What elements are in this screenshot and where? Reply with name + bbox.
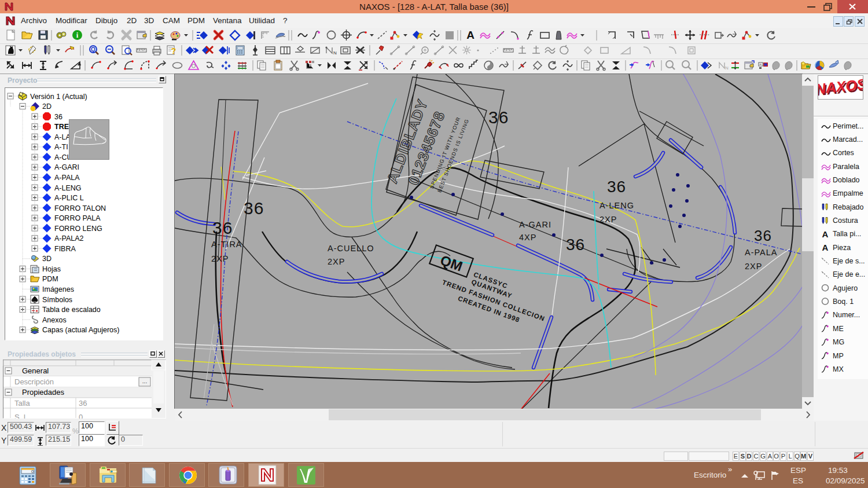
svg-text:36: 36 [244,199,264,218]
svg-text:ME: ME [833,325,844,333]
svg-text:A-PALA2: A-PALA2 [54,234,84,243]
svg-text:TRE: TRE [54,123,69,131]
svg-text:Rebajado: Rebajado [833,203,864,211]
svg-text:Empalme: Empalme [833,189,863,197]
svg-text:General: General [22,366,49,375]
svg-text:36: 36 [54,113,62,121]
svg-text:Símbolos: Símbolos [42,296,72,304]
svg-text:Pieza: Pieza [833,244,851,252]
svg-text:A-GARI: A-GARI [519,220,551,229]
svg-text:Capas (actual Agujeros): Capas (actual Agujeros) [42,326,119,334]
svg-text:A-PALA: A-PALA [54,174,80,182]
svg-text:Propiedades: Propiedades [22,388,64,397]
svg-text:Anexos: Anexos [42,316,67,324]
svg-text:36: 36 [754,227,772,244]
svg-text:A-LENG: A-LENG [599,201,634,210]
svg-text:MG: MG [833,338,844,346]
svg-text:0: 0 [79,413,83,419]
svg-text:2D: 2D [42,102,52,111]
svg-text:S..l: S..l [14,413,25,419]
svg-text:A-TI: A-TI [54,143,68,151]
svg-text:A-GARI: A-GARI [54,163,79,171]
svg-text:Boq. 1: Boq. 1 [833,298,854,306]
svg-text:FORRO PALA: FORRO PALA [54,214,101,222]
svg-text:A-CUELLO: A-CUELLO [328,244,374,253]
svg-text:Paralela: Paralela [833,163,859,171]
svg-text:36: 36 [607,178,626,196]
svg-text:A-PALA: A-PALA [745,248,778,257]
svg-text:36: 36 [212,218,233,237]
svg-text:Tabla de escalado: Tabla de escalado [42,306,101,314]
svg-text:Numer...: Numer... [833,311,860,319]
svg-text:FORRO LENG: FORRO LENG [54,225,102,233]
svg-text:Doblado: Doblado [833,176,860,184]
svg-text:A-PLIC L: A-PLIC L [54,194,84,202]
svg-text:Perimet...: Perimet... [833,122,864,130]
svg-text:Hojas: Hojas [42,265,61,273]
svg-text:36: 36 [488,108,509,127]
svg-text:2XP: 2XP [745,262,762,271]
svg-text:36: 36 [79,399,87,408]
svg-text:Cortes: Cortes [833,149,854,157]
svg-text:Talla: Talla [14,399,31,408]
svg-text:2XP: 2XP [211,254,229,263]
svg-text:Costura: Costura [833,217,858,225]
svg-text:A-LENG: A-LENG [54,184,82,192]
svg-text:Agujero: Agujero [833,284,858,292]
svg-text:4XP: 4XP [519,233,536,242]
svg-text:MX: MX [833,365,844,373]
svg-text:3D: 3D [42,255,52,263]
svg-text:Talla pi...: Talla pi... [833,230,861,238]
svg-text:FIBRA: FIBRA [54,245,76,253]
svg-text:Eje de e...: Eje de e... [833,270,865,278]
svg-text:Descripción: Descripción [14,377,54,386]
svg-text:Versión 1 (Actual): Versión 1 (Actual) [30,93,87,101]
svg-text:2XP: 2XP [599,215,617,224]
svg-text:Imágenes: Imágenes [42,285,74,293]
svg-text:A-TIRA: A-TIRA [211,240,242,249]
svg-text:...: ... [142,378,147,384]
svg-text:0: 0 [31,469,34,474]
svg-text:MP: MP [833,352,844,360]
svg-text:Eje de s...: Eje de s... [833,257,865,265]
svg-text:Marcad...: Marcad... [833,135,863,144]
svg-text:36: 36 [566,236,585,254]
svg-text:2XP: 2XP [328,257,345,266]
svg-text:FORRO TALON: FORRO TALON [54,204,106,212]
svg-text:PDM: PDM [42,275,58,283]
svg-text:QM: QM [438,252,465,274]
